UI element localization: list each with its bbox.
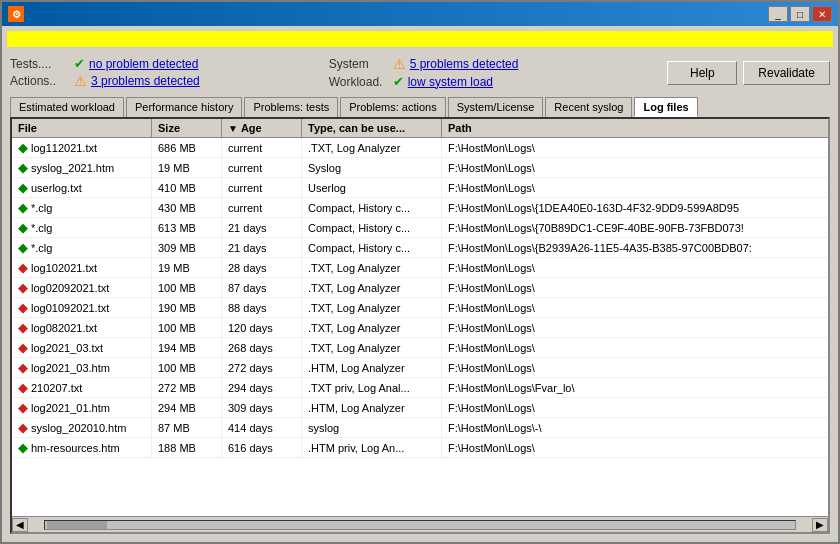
table-row[interactable]: ◆ *.clg 430 MB current Compact, History … <box>12 198 828 218</box>
cell-type: .TXT, Log Analyzer <box>302 278 442 297</box>
system-link[interactable]: 5 problems detected <box>410 57 519 71</box>
tab-recent-syslog[interactable]: Recent syslog <box>545 97 632 117</box>
file-icon: ◆ <box>18 320 28 335</box>
action-buttons: Help Revalidate <box>647 61 830 85</box>
cell-file: ◆ *.clg <box>12 218 152 237</box>
table-row[interactable]: ◆ log02092021.txt 100 MB 87 days .TXT, L… <box>12 278 828 298</box>
file-name: log02092021.txt <box>31 282 109 294</box>
cell-file: ◆ log2021_03.htm <box>12 358 152 377</box>
cell-file: ◆ *.clg <box>12 198 152 217</box>
tab-system-license[interactable]: System/License <box>448 97 544 117</box>
cell-file: ◆ hm-resources.htm <box>12 438 152 457</box>
file-name: log082021.txt <box>31 322 97 334</box>
cell-age: 28 days <box>222 258 302 277</box>
cell-size: 309 MB <box>152 238 222 257</box>
cell-size: 87 MB <box>152 418 222 437</box>
table-row[interactable]: ◆ hm-resources.htm 188 MB 616 days .HTM … <box>12 438 828 458</box>
table-row[interactable]: ◆ *.clg 309 MB 21 days Compact, History … <box>12 238 828 258</box>
col-type[interactable]: Type, can be use... <box>302 119 442 137</box>
cell-size: 686 MB <box>152 138 222 157</box>
table-row[interactable]: ◆ userlog.txt 410 MB current Userlog F:\… <box>12 178 828 198</box>
tests-link[interactable]: no problem detected <box>89 57 198 71</box>
tab-problems-actions[interactable]: Problems: actions <box>340 97 445 117</box>
table-row[interactable]: ◆ *.clg 613 MB 21 days Compact, History … <box>12 218 828 238</box>
cell-file: ◆ 210207.txt <box>12 378 152 397</box>
file-name: hm-resources.htm <box>31 442 120 454</box>
actions-warn-icon: ⚠ <box>74 73 87 89</box>
file-name: log01092021.txt <box>31 302 109 314</box>
cell-size: 100 MB <box>152 318 222 337</box>
table-row[interactable]: ◆ syslog_2021.htm 19 MB current Syslog F… <box>12 158 828 178</box>
col-age[interactable]: ▼ Age <box>222 119 302 137</box>
scroll-track[interactable] <box>44 520 796 530</box>
cell-path: F:\HostMon\Logs\{70B89DC1-CE9F-40BE-90FB… <box>442 218 828 237</box>
file-name: log2021_01.htm <box>31 402 110 414</box>
cell-file: ◆ log02092021.txt <box>12 278 152 297</box>
table-body[interactable]: ◆ log112021.txt 686 MB current .TXT, Log… <box>12 138 828 516</box>
help-button[interactable]: Help <box>667 61 737 85</box>
scroll-thumb[interactable] <box>47 521 107 529</box>
col-size[interactable]: Size <box>152 119 222 137</box>
cell-path: F:\HostMon\Logs\ <box>442 438 828 457</box>
cell-path: F:\HostMon\Logs\ <box>442 338 828 357</box>
cell-size: 19 MB <box>152 158 222 177</box>
tests-status: Tests.... ✔ no problem detected <box>10 56 329 71</box>
file-icon: ◆ <box>18 160 28 175</box>
table-row[interactable]: ◆ log2021_03.txt 194 MB 268 days .TXT, L… <box>12 338 828 358</box>
cell-type: Compact, History c... <box>302 218 442 237</box>
workload-link[interactable]: low system load <box>408 75 493 89</box>
close-button[interactable]: ✕ <box>812 6 832 22</box>
cell-size: 613 MB <box>152 218 222 237</box>
table-row[interactable]: ◆ log01092021.txt 190 MB 88 days .TXT, L… <box>12 298 828 318</box>
cell-type: .TXT priv, Log Anal... <box>302 378 442 397</box>
table-row[interactable]: ◆ log2021_03.htm 100 MB 272 days .HTM, L… <box>12 358 828 378</box>
cell-path: F:\HostMon\Logs\ <box>442 278 828 297</box>
table-row[interactable]: ◆ log2021_01.htm 294 MB 309 days .HTM, L… <box>12 398 828 418</box>
file-name: userlog.txt <box>31 182 82 194</box>
cell-type: Userlog <box>302 178 442 197</box>
cell-age: 120 days <box>222 318 302 337</box>
table-row[interactable]: ◆ log082021.txt 100 MB 120 days .TXT, Lo… <box>12 318 828 338</box>
window-controls: _ □ ✕ <box>768 6 832 22</box>
title-bar: ⚙ _ □ ✕ <box>2 2 838 26</box>
cell-type: .TXT, Log Analyzer <box>302 138 442 157</box>
tab-log-files[interactable]: Log files <box>634 97 697 117</box>
file-name: syslog_202010.htm <box>31 422 126 434</box>
cell-file: ◆ log2021_03.txt <box>12 338 152 357</box>
tab-performance-history[interactable]: Performance history <box>126 97 242 117</box>
col-path[interactable]: Path <box>442 119 828 137</box>
scroll-left-btn[interactable]: ◀ <box>12 518 28 532</box>
minimize-button[interactable]: _ <box>768 6 788 22</box>
revalidate-button[interactable]: Revalidate <box>743 61 830 85</box>
cell-size: 272 MB <box>152 378 222 397</box>
maximize-button[interactable]: □ <box>790 6 810 22</box>
tab-problems-tests[interactable]: Problems: tests <box>244 97 338 117</box>
cell-size: 430 MB <box>152 198 222 217</box>
cell-path: F:\HostMon\Logs\{1DEA40E0-163D-4F32-9DD9… <box>442 198 828 217</box>
cell-path: F:\HostMon\Logs\ <box>442 318 828 337</box>
file-icon: ◆ <box>18 220 28 235</box>
col-file[interactable]: File <box>12 119 152 137</box>
tab-estimated-workload[interactable]: Estimated workload <box>10 97 124 117</box>
cell-type: .HTM, Log Analyzer <box>302 398 442 417</box>
cell-size: 19 MB <box>152 258 222 277</box>
file-icon: ◆ <box>18 200 28 215</box>
cell-age: 21 days <box>222 218 302 237</box>
file-icon: ◆ <box>18 360 28 375</box>
table-row[interactable]: ◆ log112021.txt 686 MB current .TXT, Log… <box>12 138 828 158</box>
cell-file: ◆ syslog_202010.htm <box>12 418 152 437</box>
horizontal-scrollbar[interactable]: ◀ ▶ <box>12 516 828 532</box>
tests-ok-icon: ✔ <box>74 56 85 71</box>
scroll-right-btn[interactable]: ▶ <box>812 518 828 532</box>
cell-age: 87 days <box>222 278 302 297</box>
cell-type: .TXT, Log Analyzer <box>302 318 442 337</box>
table-row[interactable]: ◆ syslog_202010.htm 87 MB 414 days syslo… <box>12 418 828 438</box>
system-label: System <box>329 57 389 71</box>
actions-link[interactable]: 3 problems detected <box>91 74 200 88</box>
table-row[interactable]: ◆ log102021.txt 19 MB 28 days .TXT, Log … <box>12 258 828 278</box>
file-icon: ◆ <box>18 240 28 255</box>
cell-file: ◆ log01092021.txt <box>12 298 152 317</box>
system-warn-icon: ⚠ <box>393 56 406 72</box>
cell-age: current <box>222 178 302 197</box>
table-row[interactable]: ◆ 210207.txt 272 MB 294 days .TXT priv, … <box>12 378 828 398</box>
